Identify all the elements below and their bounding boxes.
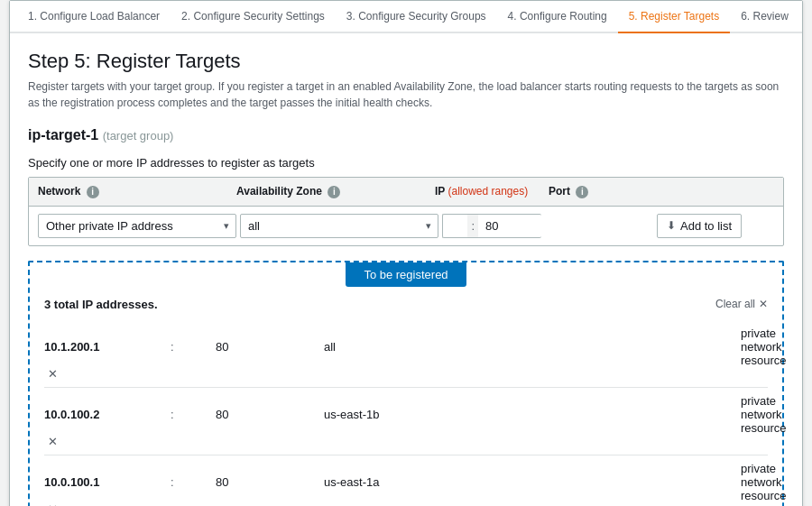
main-content: Step 5: Register Targets Register target…	[10, 33, 802, 506]
tab-review[interactable]: 6. Review	[730, 1, 799, 33]
form-table-input-row: Other private IP address all : ⬇ Add to …	[29, 207, 783, 245]
ip-type: private network resource	[741, 462, 768, 502]
ip-type: private network resource	[741, 394, 768, 435]
add-col-empty	[657, 185, 774, 198]
add-to-list-wrapper: ⬇ Add to list	[657, 214, 774, 238]
ip-az: all	[324, 340, 741, 354]
ip-col-label: IP (allowed ranges)	[435, 185, 549, 198]
az-col-label: Availability Zone i	[236, 185, 435, 198]
colon-sep: :	[171, 475, 216, 489]
wizard-tabs: 1. Configure Load Balancer 2. Configure …	[10, 1, 802, 33]
page-title: Step 5: Register Targets	[28, 50, 784, 73]
az-info-icon[interactable]: i	[328, 186, 340, 198]
ip-port: 80	[216, 475, 324, 489]
target-group-name: ip-target-1	[28, 127, 98, 143]
registration-inner: 3 total IP addresses. Clear all ✕ 10.1.2…	[30, 287, 782, 506]
add-to-list-button[interactable]: ⬇ Add to list	[657, 214, 742, 238]
network-select[interactable]: Other private IP address	[38, 214, 236, 238]
registration-tab: To be registered	[30, 262, 782, 287]
tab-register-targets[interactable]: 5. Register Targets	[618, 1, 731, 33]
add-icon: ⬇	[667, 219, 676, 232]
x-icon: ✕	[48, 435, 58, 448]
ip-port: 80	[216, 340, 324, 354]
ip-address: 10.0.100.2	[44, 408, 171, 421]
ip-input[interactable]	[442, 214, 467, 238]
ip-note: (allowed ranges)	[448, 185, 528, 198]
ip-port: 80	[216, 408, 324, 421]
registration-header: 3 total IP addresses. Clear all ✕	[44, 298, 768, 311]
port-info-icon[interactable]: i	[576, 186, 588, 198]
network-select-wrapper: Other private IP address	[38, 214, 236, 238]
tab-configure-security-settings[interactable]: 2. Configure Security Settings	[171, 1, 336, 33]
clear-all-button[interactable]: Clear all ✕	[715, 298, 768, 310]
main-window: 1. Configure Load Balancer 2. Configure …	[9, 0, 803, 506]
clear-all-x-icon: ✕	[759, 298, 768, 310]
section-subtitle: Specify one or more IP addresses to regi…	[28, 156, 784, 170]
table-row: 10.0.100.1 : 80 us-east-1a private netwo…	[44, 455, 768, 506]
port-input[interactable]	[478, 214, 541, 238]
target-group-type: (target group)	[103, 129, 174, 143]
target-group-label: ip-target-1 (target group)	[28, 127, 784, 143]
total-ip-count: 3 total IP addresses.	[44, 298, 158, 311]
page-description: Register targets with your target group.…	[28, 78, 784, 111]
remove-row-button[interactable]: ✕	[44, 367, 171, 381]
ip-address: 10.0.100.1	[44, 475, 171, 489]
tab-configure-routing[interactable]: 4. Configure Routing	[497, 1, 618, 33]
remove-row-button[interactable]: ✕	[44, 435, 171, 448]
az-select-wrapper: all	[240, 214, 438, 238]
network-info-icon[interactable]: i	[87, 186, 99, 198]
x-icon: ✕	[48, 367, 58, 381]
ip-address: 10.1.200.1	[44, 340, 171, 354]
table-row: 10.1.200.1 : 80 all private network reso…	[44, 320, 768, 387]
colon-sep: :	[171, 340, 216, 354]
ip-port-input-group: :	[442, 214, 541, 238]
ip-az: us-east-1a	[324, 475, 741, 489]
ip-list: 10.1.200.1 : 80 all private network reso…	[44, 320, 768, 506]
port-col-label: Port i	[549, 185, 657, 198]
registration-box: To be registered 3 total IP addresses. C…	[28, 261, 784, 506]
ip-az: us-east-1b	[324, 408, 741, 421]
port-colon-separator: :	[467, 214, 478, 238]
remove-row-button[interactable]: ✕	[44, 502, 171, 506]
x-icon: ✕	[48, 502, 58, 506]
registration-tab-label: To be registered	[346, 262, 466, 287]
tab-configure-load-balancer[interactable]: 1. Configure Load Balancer	[17, 1, 171, 33]
network-col-label: Network i	[38, 185, 236, 198]
colon-sep: :	[171, 408, 216, 421]
tab-configure-security-groups[interactable]: 3. Configure Security Groups	[336, 1, 497, 33]
form-table-header: Network i Availability Zone i IP (allowe…	[29, 178, 783, 207]
az-select[interactable]: all	[240, 214, 438, 238]
ip-type: private network resource	[741, 327, 768, 367]
table-row: 10.0.100.2 : 80 us-east-1b private netwo…	[44, 387, 768, 455]
form-table: Network i Availability Zone i IP (allowe…	[28, 177, 784, 246]
